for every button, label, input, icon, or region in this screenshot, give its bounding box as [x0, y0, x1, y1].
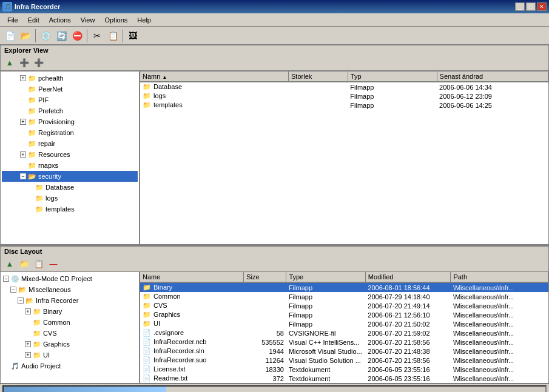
col-header-type[interactable]: Typ	[348, 71, 437, 82]
audio-icon: 🎵	[10, 361, 20, 371]
explorer-file-row[interactable]: 📁Database Filmapp 2006-06-06 14:34	[140, 82, 548, 91]
disc-file-row[interactable]: 📄InfraRecorder.suo 11264 Visual Studio S…	[140, 356, 548, 365]
expand-icon-pchealth[interactable]: +	[20, 75, 26, 81]
disc-label-common: Common	[43, 319, 70, 326]
tree-label-security: security	[38, 173, 61, 180]
tree-item-resources[interactable]: + 📁 Resources	[2, 149, 138, 160]
stop-button[interactable]: ⛔	[70, 28, 84, 43]
tree-item-rnapxs[interactable]: 📁 rnapxs	[2, 160, 138, 171]
dcol-header-name[interactable]: Name	[140, 272, 244, 282]
disc-file-type: Textdokument	[286, 365, 365, 374]
disc-file-row[interactable]: 📁CVS Filmapp 2006-07-20 21:49:14 \Miscel…	[140, 301, 548, 310]
col-header-name[interactable]: Namn ▲	[140, 71, 289, 82]
cut-button[interactable]: ✂	[90, 28, 104, 43]
disc-file-row[interactable]: 📁UI Filmapp 2006-07-20 21:50:02 \Miscell…	[140, 319, 548, 328]
tree-item-pchealth[interactable]: + 📁 pchealth	[2, 73, 138, 84]
explorer-tree[interactable]: + 📁 pchealth 📁 PeerNet 📁 PIF 📁 Pre	[1, 71, 140, 244]
menu-options[interactable]: Options	[99, 15, 132, 25]
disc-up-button[interactable]: ▲	[3, 257, 16, 271]
disc-file-size: 58	[244, 328, 286, 337]
explorer-file-row[interactable]: 📁logs Filmapp 2006-06-12 23:09	[140, 91, 548, 101]
main-toolbar: 📄 📂 💿 🔄 ⛔ ✂ 📋 🖼	[0, 27, 549, 45]
tree-item-prefetch[interactable]: 📁 Prefetch	[2, 105, 138, 116]
disc-props-button[interactable]: 📋	[32, 257, 45, 271]
tree-item-logs[interactable]: 📁 logs	[2, 193, 138, 204]
dcol-header-modified[interactable]: Modified	[365, 272, 451, 282]
disc-file-row[interactable]: 📄.cvsignore 58 CVSIGNORE-fil 2006-07-20 …	[140, 328, 548, 337]
expand-icon-binary[interactable]: +	[25, 308, 31, 314]
disc-item-infrarecorder[interactable]: − 📂 Infra Recorder	[2, 295, 138, 306]
disc-item-ui[interactable]: + 📁 UI	[2, 350, 138, 360]
explorer-file-pane[interactable]: Namn ▲ Storlek Typ Senast ändrad 📁Databa…	[140, 71, 548, 244]
expand-icon-security[interactable]: −	[20, 173, 26, 179]
explorer-section: Explorer View ▲ ➕ ➕ + 📁 pchealth 📁 PeerN…	[0, 45, 549, 245]
copy-button[interactable]: 📋	[106, 28, 120, 43]
menu-actions[interactable]: Actions	[44, 15, 76, 25]
disc-file-row[interactable]: 📁Graphics Filmapp 2006-06-21 12:56:10 \M…	[140, 310, 548, 319]
open-button[interactable]: 📂	[18, 28, 33, 43]
dcol-header-type[interactable]: Type	[286, 272, 365, 282]
disc-file-row[interactable]: 📄InfraRecorder.sln 1944 Microsoft Visual…	[140, 347, 548, 356]
explorer-add1-button[interactable]: ➕	[18, 56, 31, 70]
image-button[interactable]: 🖼	[126, 28, 140, 43]
disc-file-row[interactable]: 📄Readme.txt 372 Textdokument 2006-06-05 …	[140, 374, 548, 383]
tree-item-provisioning[interactable]: + 📁 Provisioning	[2, 116, 138, 127]
window-controls: _ □ ✕	[515, 2, 547, 11]
disc-folder-button[interactable]: 📁	[18, 257, 31, 271]
disc-item-graphics[interactable]: + 📁 Graphics	[2, 339, 138, 350]
tree-item-templates[interactable]: 📁 templates	[2, 204, 138, 214]
disc-file-row[interactable]: 📁Common Filmapp 2006-07-29 14:18:40 \Mis…	[140, 292, 548, 301]
menu-file[interactable]: File	[2, 15, 23, 25]
disc-item-audio[interactable]: 🎵 Audio Project	[2, 360, 138, 371]
col-header-modified[interactable]: Senast ändrad	[437, 71, 548, 82]
tree-label-templates: templates	[45, 205, 75, 213]
disc-file-name: 📄InfraRecorder.sln	[140, 347, 244, 356]
tree-item-registration[interactable]: 📁 Registration	[2, 127, 138, 138]
disc-item-cvs[interactable]: 📁 CVS	[2, 328, 138, 339]
expand-icon-resources[interactable]: +	[20, 151, 26, 158]
burn-button[interactable]: 💿	[38, 28, 53, 43]
disc-file-size	[244, 319, 286, 328]
close-button[interactable]: ✕	[537, 2, 547, 11]
disc-file-type: Filmapp	[286, 301, 365, 310]
menu-view[interactable]: View	[76, 15, 100, 25]
expand-icon-provisioning[interactable]: +	[20, 119, 26, 125]
maximize-button[interactable]: □	[526, 2, 536, 11]
expand-icon-miscellaneous[interactable]: −	[10, 287, 16, 293]
tree-item-security[interactable]: − 📂 security	[2, 171, 138, 182]
new-button[interactable]: 📄	[2, 28, 17, 43]
disc-remove-button[interactable]: —	[47, 257, 60, 271]
dcol-header-path[interactable]: Path	[451, 272, 548, 282]
col-header-size[interactable]: Storlek	[289, 71, 348, 82]
dcol-header-size[interactable]: Size	[244, 272, 286, 282]
folder-icon-repair: 📁	[27, 139, 37, 148]
explorer-file-row[interactable]: 📁templates Filmapp 2006-06-06 14:25	[140, 101, 548, 110]
disc-file-row[interactable]: 📄License.txt 18330 Textdokument 2006-06-…	[140, 365, 548, 374]
menu-edit[interactable]: Edit	[23, 15, 44, 25]
expand-icon-graphics[interactable]: +	[25, 341, 31, 347]
tree-item-database[interactable]: 📁 Database	[2, 182, 138, 193]
reload-button[interactable]: 🔄	[54, 28, 69, 43]
expand-icon-infrarecorder[interactable]: −	[18, 297, 24, 304]
explorer-add2-button[interactable]: ➕	[32, 56, 45, 70]
expand-icon-ui[interactable]: +	[25, 352, 31, 358]
disc-item-mixedmode[interactable]: − 💿 Mixed-Mode CD Project	[2, 273, 138, 284]
disc-file-path: \Miscellaneous\Infr...	[451, 337, 548, 347]
disc-file-row[interactable]: 📄InfraRecorder.ncb 535552 Visual C++ Int…	[140, 337, 548, 347]
disc-item-common[interactable]: 📁 Common	[2, 317, 138, 328]
tree-item-repair[interactable]: 📁 repair	[2, 138, 138, 149]
explorer-file-name: 📁Database	[140, 82, 289, 91]
disc-item-binary[interactable]: + 📁 Binary	[2, 306, 138, 317]
disc-tree[interactable]: − 💿 Mixed-Mode CD Project − 📂 Miscellane…	[1, 272, 140, 383]
disc-file-pane[interactable]: Name Size Type Modified Path 📁Binary Fil…	[140, 272, 548, 383]
minimize-button[interactable]: _	[515, 2, 525, 11]
tree-item-peernet[interactable]: 📁 PeerNet	[2, 84, 138, 95]
main-container: Explorer View ▲ ➕ ➕ + 📁 pchealth 📁 PeerN…	[0, 45, 549, 392]
explorer-up-button[interactable]: ▲	[3, 56, 16, 70]
menu-help[interactable]: Help	[132, 15, 156, 25]
menu-bar: File Edit Actions View Options Help	[0, 13, 549, 27]
disc-file-row[interactable]: 📁Binary Filmapp 2006-08-01 18:56:44 \Mis…	[140, 282, 548, 292]
disc-item-miscellaneous[interactable]: − 📂 Miscellaneous	[2, 284, 138, 295]
tree-item-pif[interactable]: 📁 PIF	[2, 95, 138, 105]
expand-icon-mixedmode[interactable]: −	[3, 276, 9, 282]
